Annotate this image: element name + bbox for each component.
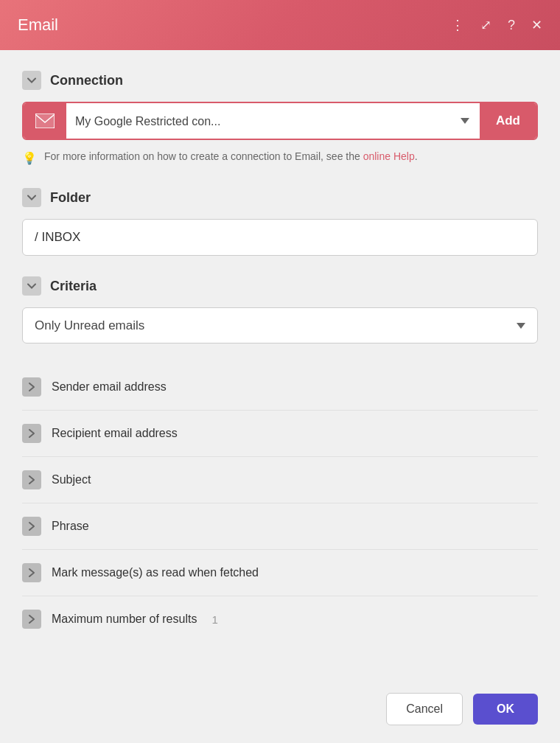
help-icon[interactable]: ? <box>508 18 515 33</box>
expandable-row: Recipient email address <box>22 411 538 457</box>
folder-input[interactable] <box>22 219 538 256</box>
folder-collapse-btn[interactable] <box>22 188 41 207</box>
row-label-2: Subject <box>52 473 91 486</box>
more-icon[interactable]: ⋮ <box>451 17 464 33</box>
footer: Cancel OK <box>0 680 560 743</box>
online-help-link[interactable]: online Help <box>363 150 415 162</box>
row-label-5: Maximum number of results <box>52 613 197 626</box>
header-icons: ⋮ ⤢ ? ✕ <box>451 17 542 33</box>
expand-row-btn-0[interactable] <box>22 377 41 397</box>
row-value-5: 1 <box>211 613 217 626</box>
expand-row-btn-5[interactable] <box>22 610 41 629</box>
criteria-section-title: Criteria <box>50 279 97 294</box>
folder-section-header: Folder <box>22 188 538 207</box>
expandable-row: Phrase <box>22 503 538 550</box>
app-container: Email ⋮ ⤢ ? ✕ Connection <box>0 0 560 743</box>
connection-collapse-btn[interactable] <box>22 71 41 90</box>
connection-section-header: Connection <box>22 71 538 90</box>
email-icon <box>24 103 66 139</box>
header: Email ⋮ ⤢ ? ✕ <box>0 0 560 50</box>
folder-section-title: Folder <box>50 190 91 206</box>
criteria-collapse-btn[interactable] <box>22 276 41 296</box>
connection-select[interactable]: My Google Restricted con... <box>66 103 480 139</box>
row-label-0: Sender email address <box>52 380 167 394</box>
criteria-select[interactable]: Only Unread emails <box>22 307 538 343</box>
expandable-rows: Sender email address Recipient email add… <box>22 364 538 642</box>
row-label-1: Recipient email address <box>52 427 178 440</box>
expand-icon[interactable]: ⤢ <box>480 17 491 33</box>
connection-section-title: Connection <box>50 73 123 88</box>
app-title: Email <box>18 15 58 35</box>
connection-section: Connection My Google Restricted con... A… <box>22 71 538 167</box>
bulb-icon: 💡 <box>22 150 37 167</box>
svg-rect-0 <box>35 114 55 128</box>
expandable-row: Maximum number of results 1 <box>22 596 538 642</box>
cancel-button[interactable]: Cancel <box>386 693 463 725</box>
connection-row: My Google Restricted con... Add <box>22 102 538 140</box>
expand-row-btn-4[interactable] <box>22 563 41 582</box>
main-content: Connection My Google Restricted con... A… <box>0 50 560 680</box>
close-icon[interactable]: ✕ <box>531 17 542 33</box>
row-label-3: Phrase <box>52 520 89 533</box>
connection-info: 💡 For more information on how to create … <box>22 149 538 167</box>
expand-row-btn-1[interactable] <box>22 424 41 443</box>
row-label-4: Mark message(s) as read when fetched <box>52 566 259 579</box>
folder-section: Folder <box>22 188 538 256</box>
info-text-content: For more information on how to create a … <box>44 149 418 164</box>
expandable-row: Subject <box>22 457 538 503</box>
criteria-section-header: Criteria <box>22 276 538 296</box>
expandable-row: Sender email address <box>22 364 538 411</box>
expandable-row: Mark message(s) as read when fetched <box>22 550 538 596</box>
criteria-section: Criteria Only Unread emails <box>22 276 538 343</box>
expand-row-btn-2[interactable] <box>22 470 41 489</box>
expand-row-btn-3[interactable] <box>22 517 41 536</box>
ok-button[interactable]: OK <box>473 694 538 725</box>
add-connection-button[interactable]: Add <box>480 103 536 139</box>
